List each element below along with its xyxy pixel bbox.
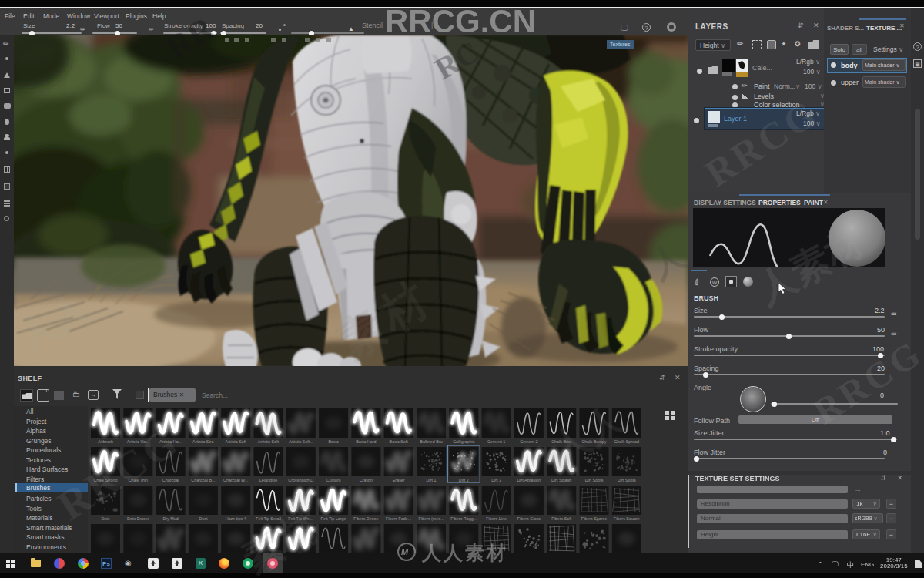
svg-text:Charcoal: Charcoal xyxy=(162,478,179,482)
svg-text:Dirt Splash: Dirt Splash xyxy=(551,478,571,482)
svg-text:Artistic Soft: Artistic Soft xyxy=(226,439,247,444)
svg-text:Eraser: Eraser xyxy=(393,478,405,482)
svg-text:Chalk Brist: Chalk Brist xyxy=(551,439,572,444)
svg-text:Dirt Abrasion: Dirt Abrasion xyxy=(517,478,541,482)
svg-text:Artistic Ha...: Artistic Ha... xyxy=(159,439,182,444)
svg-text:Artistic Soft...: Artistic Soft... xyxy=(289,439,313,444)
svg-text:Cement 1: Cement 1 xyxy=(487,439,505,444)
svg-text:Textures: Textures xyxy=(610,42,631,47)
svg-text:Fibers Line: Fibers Line xyxy=(486,516,507,521)
svg-text:Fibers Dense: Fibers Dense xyxy=(353,516,378,521)
svg-text:Dirt 2: Dirt 2 xyxy=(459,478,469,482)
svg-text:Artistic Ha...: Artistic Ha... xyxy=(127,439,149,444)
svg-text:Dirt Spots: Dirt Spots xyxy=(585,478,604,482)
svg-text:Basic: Basic xyxy=(329,439,339,444)
svg-text:Chalk Strong: Chalk Strong xyxy=(93,478,117,482)
svg-text:Fibers Square: Fibers Square xyxy=(614,516,640,521)
svg-text:Dry Mud: Dry Mud xyxy=(162,516,178,521)
svg-text:Custom: Custom xyxy=(326,478,341,482)
svg-text:Felt Tip Small: Felt Tip Small xyxy=(256,516,281,521)
svg-text:Crayon: Crayon xyxy=(360,478,373,482)
svg-text:Chalk Thin: Chalk Thin xyxy=(128,478,148,482)
svg-text:Artistic Soft: Artistic Soft xyxy=(258,439,280,444)
svg-text:Charcoal B...: Charcoal B... xyxy=(191,478,215,482)
svg-text:Fibers Gloss: Fibers Gloss xyxy=(517,516,541,521)
svg-text:Fibers Soft: Fibers Soft xyxy=(551,516,572,521)
svg-text:Cement 2: Cement 2 xyxy=(520,439,537,444)
svg-text:Basic Soft: Basic Soft xyxy=(390,439,409,444)
svg-text:Felt Tip Large: Felt Tip Large xyxy=(321,516,346,521)
svg-text:Airbrush: Airbrush xyxy=(98,439,113,444)
svg-text:Calligraphic: Calligraphic xyxy=(453,439,474,444)
svg-text:Chalk Spread: Chalk Spread xyxy=(614,439,639,444)
svg-text:Dots Eraser: Dots Eraser xyxy=(127,516,149,521)
svg-text:Fibers Ragg...: Fibers Ragg... xyxy=(450,516,477,521)
svg-text:Fibers (mes...: Fibers (mes... xyxy=(419,516,444,521)
svg-text:Crosshatch Li: Crosshatch Li xyxy=(288,478,313,482)
svg-text:Fibers Sparse: Fibers Sparse xyxy=(581,516,608,521)
svg-text:Charcoal W...: Charcoal W... xyxy=(223,478,248,482)
svg-text:Artistic Stro: Artistic Stro xyxy=(192,439,214,444)
svg-text:Dirt 3: Dirt 3 xyxy=(491,478,501,482)
svg-text:Dots: Dots xyxy=(101,516,109,521)
svg-text:Chalk Bumpy: Chalk Bumpy xyxy=(581,439,606,444)
svg-text:Felt Tip Wet...: Felt Tip Wet... xyxy=(288,516,313,521)
svg-text:Lelandste: Lelandste xyxy=(259,478,277,482)
svg-text:Dirt Spots: Dirt Spots xyxy=(618,478,636,482)
svg-text:Bulleted Bru: Bulleted Bru xyxy=(420,439,442,444)
svg-text:Basic Hard: Basic Hard xyxy=(356,439,376,444)
svg-text:Dust: Dust xyxy=(199,516,208,521)
svg-text:Fibers Fade...: Fibers Fade... xyxy=(386,516,411,521)
svg-text:Dirt 1: Dirt 1 xyxy=(427,478,437,482)
svg-text:Haze tips 4: Haze tips 4 xyxy=(226,516,246,521)
